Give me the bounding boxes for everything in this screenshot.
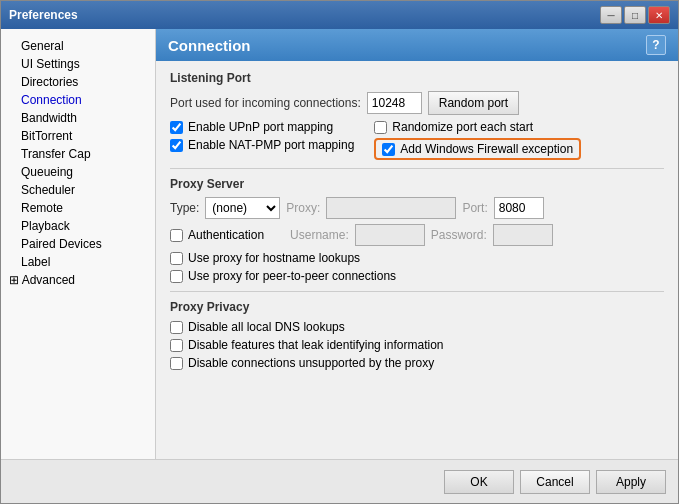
- auth-row: Authentication Username: Password:: [170, 224, 664, 246]
- auth-checkbox[interactable]: [170, 229, 183, 242]
- randomize-label: Randomize port each start: [392, 120, 533, 134]
- randomize-row: Randomize port each start: [374, 120, 581, 134]
- tree-expand-icon: ⊞: [9, 273, 22, 287]
- sidebar-item-directories[interactable]: Directories: [1, 73, 155, 91]
- sidebar-item-advanced[interactable]: ⊞ Advanced: [1, 271, 155, 289]
- proxy-input[interactable]: [326, 197, 456, 219]
- proxy-section-label: Proxy Server: [170, 177, 664, 191]
- nat-checkbox[interactable]: [170, 139, 183, 152]
- panel-header: Connection ?: [156, 29, 678, 61]
- proxy-port-input[interactable]: [494, 197, 544, 219]
- port-input[interactable]: [367, 92, 422, 114]
- panel-body: Listening Port Port used for incoming co…: [156, 61, 678, 384]
- type-select[interactable]: (none) HTTP HTTPS SOCKS4 SOCKS5: [205, 197, 280, 219]
- nat-label: Enable NAT-PMP port mapping: [188, 138, 354, 152]
- unsupported-label: Disable connections unsupported by the p…: [188, 356, 434, 370]
- footer: OK Cancel Apply: [1, 459, 678, 503]
- upnp-checkbox[interactable]: [170, 121, 183, 134]
- p2p-checkbox[interactable]: [170, 270, 183, 283]
- port-row: Port used for incoming connections: Rand…: [170, 91, 664, 115]
- nat-row: Enable NAT-PMP port mapping: [170, 138, 354, 152]
- leak-row: Disable features that leak identifying i…: [170, 338, 664, 352]
- leak-checkbox[interactable]: [170, 339, 183, 352]
- hostname-row: Use proxy for hostname lookups: [170, 251, 664, 265]
- proxy-privacy-section-label: Proxy Privacy: [170, 300, 664, 314]
- sidebar-item-bandwidth[interactable]: Bandwidth: [1, 109, 155, 127]
- sidebar-item-queueing[interactable]: Queueing: [1, 163, 155, 181]
- checkbox-cols: Enable UPnP port mapping Enable NAT-PMP …: [170, 120, 664, 160]
- window-title: Preferences: [9, 8, 78, 22]
- username-label: Username:: [290, 228, 349, 242]
- right-checkboxes: Randomize port each start Add Windows Fi…: [374, 120, 581, 160]
- proxy-field-label: Proxy:: [286, 201, 320, 215]
- sidebar-item-remote[interactable]: Remote: [1, 199, 155, 217]
- dns-checkbox[interactable]: [170, 321, 183, 334]
- sidebar-item-ui-settings[interactable]: UI Settings: [1, 55, 155, 73]
- divider-2: [170, 291, 664, 292]
- sidebar: General UI Settings Directories Connecti…: [1, 29, 156, 459]
- left-checkboxes: Enable UPnP port mapping Enable NAT-PMP …: [170, 120, 354, 160]
- preferences-window: Preferences ─ □ ✕ General UI Settings Di…: [0, 0, 679, 504]
- unsupported-row: Disable connections unsupported by the p…: [170, 356, 664, 370]
- password-input[interactable]: [493, 224, 553, 246]
- dns-label: Disable all local DNS lookups: [188, 320, 345, 334]
- title-bar-controls: ─ □ ✕: [600, 6, 670, 24]
- sidebar-item-connection[interactable]: Connection: [1, 91, 155, 109]
- listening-port-section-label: Listening Port: [170, 71, 664, 85]
- type-label: Type:: [170, 201, 199, 215]
- sidebar-item-label[interactable]: Label: [1, 253, 155, 271]
- minimize-button[interactable]: ─: [600, 6, 622, 24]
- sidebar-item-general[interactable]: General: [1, 37, 155, 55]
- sidebar-item-paired-devices[interactable]: Paired Devices: [1, 235, 155, 253]
- ok-button[interactable]: OK: [444, 470, 514, 494]
- p2p-row: Use proxy for peer-to-peer connections: [170, 269, 664, 283]
- apply-button[interactable]: Apply: [596, 470, 666, 494]
- panel-title: Connection: [168, 37, 251, 54]
- firewall-label: Add Windows Firewall exception: [400, 142, 573, 156]
- p2p-label: Use proxy for peer-to-peer connections: [188, 269, 396, 283]
- sidebar-item-playback[interactable]: Playback: [1, 217, 155, 235]
- sidebar-item-scheduler[interactable]: Scheduler: [1, 181, 155, 199]
- sidebar-item-bittorrent[interactable]: BitTorrent: [1, 127, 155, 145]
- unsupported-checkbox[interactable]: [170, 357, 183, 370]
- auth-label: Authentication: [188, 228, 264, 242]
- main-panel: Connection ? Listening Port Port used fo…: [156, 29, 678, 459]
- proxy-type-row: Type: (none) HTTP HTTPS SOCKS4 SOCKS5 Pr…: [170, 197, 664, 219]
- port-label: Port used for incoming connections:: [170, 96, 361, 110]
- leak-label: Disable features that leak identifying i…: [188, 338, 443, 352]
- divider-1: [170, 168, 664, 169]
- title-bar: Preferences ─ □ ✕: [1, 1, 678, 29]
- help-button[interactable]: ?: [646, 35, 666, 55]
- sidebar-item-transfer-cap[interactable]: Transfer Cap: [1, 145, 155, 163]
- password-label: Password:: [431, 228, 487, 242]
- firewall-highlighted-box: Add Windows Firewall exception: [374, 138, 581, 160]
- hostname-label: Use proxy for hostname lookups: [188, 251, 360, 265]
- proxy-port-label: Port:: [462, 201, 487, 215]
- username-input[interactable]: [355, 224, 425, 246]
- close-button[interactable]: ✕: [648, 6, 670, 24]
- content-area: General UI Settings Directories Connecti…: [1, 29, 678, 459]
- random-port-button[interactable]: Random port: [428, 91, 519, 115]
- dns-row: Disable all local DNS lookups: [170, 320, 664, 334]
- randomize-checkbox[interactable]: [374, 121, 387, 134]
- auth-checkbox-row: Authentication: [170, 228, 264, 242]
- cancel-button[interactable]: Cancel: [520, 470, 590, 494]
- firewall-checkbox[interactable]: [382, 143, 395, 156]
- maximize-button[interactable]: □: [624, 6, 646, 24]
- hostname-checkbox[interactable]: [170, 252, 183, 265]
- upnp-row: Enable UPnP port mapping: [170, 120, 354, 134]
- upnp-label: Enable UPnP port mapping: [188, 120, 333, 134]
